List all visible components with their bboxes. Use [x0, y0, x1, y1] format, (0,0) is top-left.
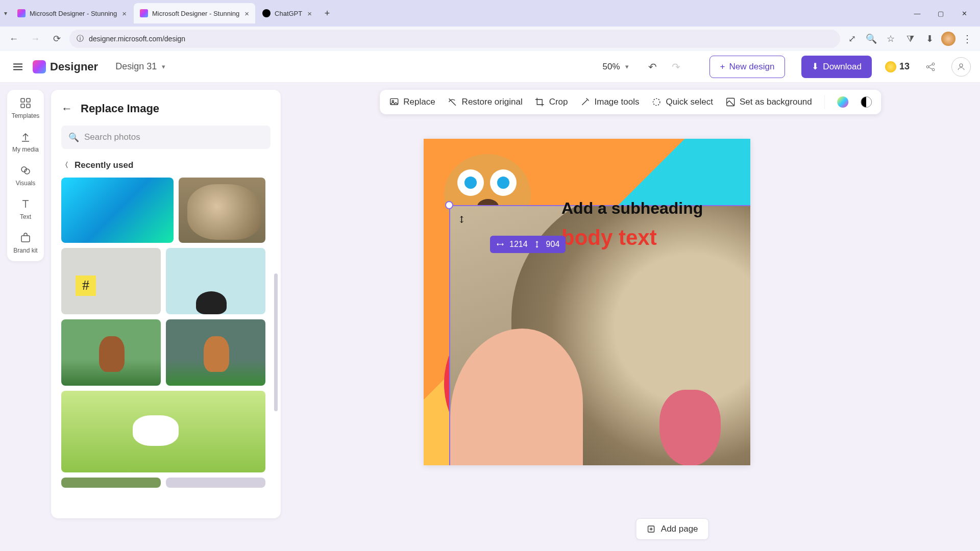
image-thumbnail[interactable]	[61, 178, 174, 243]
design-name-dropdown[interactable]: Design 31 ▾	[109, 58, 172, 75]
chevron-down-icon: ▾	[162, 63, 165, 70]
zoom-icon[interactable]: 🔍	[864, 31, 879, 46]
ctx-label: Image tools	[595, 97, 640, 107]
crop-icon	[535, 97, 545, 107]
minimize-icon[interactable]: —	[905, 3, 929, 23]
browser-tab[interactable]: ChatGPT ×	[256, 3, 318, 23]
tab-close-icon[interactable]: ×	[307, 9, 312, 18]
undo-button[interactable]: ↶	[644, 58, 662, 76]
rail-label: Text	[20, 213, 31, 220]
rail-label: Templates	[12, 112, 40, 119]
search-input[interactable]: 🔍 Search photos	[61, 126, 271, 149]
install-app-icon[interactable]: ⤢	[844, 31, 860, 46]
chevron-left-icon: 〈	[61, 161, 68, 170]
thumbnail-grid	[61, 178, 271, 488]
forward-icon[interactable]: →	[27, 30, 44, 47]
menu-button[interactable]	[9, 58, 27, 76]
rail-templates[interactable]: Templates	[12, 97, 40, 119]
image-thumbnail[interactable]	[166, 319, 265, 386]
download-button[interactable]: ⬇ Download	[801, 56, 872, 78]
context-toolbar: Replace Restore original Crop Image tool…	[380, 90, 881, 114]
image-thumbnail[interactable]	[61, 391, 265, 472]
chrome-menu-icon[interactable]: ⋮	[960, 31, 975, 46]
ctx-image-tools[interactable]: Image tools	[580, 97, 640, 107]
image-thumbnail[interactable]	[61, 478, 161, 488]
svg-rect-7	[27, 104, 30, 108]
svg-point-13	[653, 98, 660, 105]
image-thumbnail[interactable]	[179, 178, 265, 243]
rail-text[interactable]: Text	[19, 198, 32, 220]
canvas-area[interactable]: Replace Restore original Crop Image tool…	[281, 83, 980, 551]
add-page-button[interactable]: Add page	[636, 518, 709, 540]
ctx-set-background[interactable]: Set as background	[725, 97, 812, 107]
toolbar-separator	[824, 95, 825, 109]
height-icon	[533, 240, 541, 248]
search-icon: 🔍	[68, 132, 79, 143]
app-logo[interactable]: Designer	[33, 60, 98, 73]
person-icon	[957, 62, 966, 71]
new-design-label: New design	[729, 62, 775, 72]
add-page-label: Add page	[661, 524, 698, 534]
new-design-button[interactable]: + New design	[709, 56, 786, 78]
body-text[interactable]: body text	[561, 226, 657, 250]
contrast-button[interactable]	[861, 96, 872, 108]
design-canvas[interactable]: Add a subheading body text ⤡ 1214 904	[424, 139, 750, 465]
ctx-replace[interactable]: Replace	[389, 97, 435, 107]
downloads-icon[interactable]: ⬇	[922, 31, 937, 46]
browser-tab-active[interactable]: Microsoft Designer - Stunning ×	[134, 3, 255, 23]
extensions-icon[interactable]: ⧩	[902, 31, 918, 46]
image-thumbnail[interactable]	[166, 478, 265, 488]
account-button[interactable]	[951, 57, 971, 77]
dim-width: 1214	[509, 240, 528, 249]
coin-icon	[885, 61, 896, 72]
ctx-crop[interactable]: Crop	[535, 97, 568, 107]
svg-point-0	[926, 65, 929, 68]
background-icon	[725, 97, 736, 107]
section-title: Recently used	[75, 160, 133, 170]
plus-icon: +	[720, 62, 725, 72]
reload-icon[interactable]: ⟳	[48, 30, 65, 47]
redo-button[interactable]: ↷	[668, 58, 685, 76]
credits-indicator[interactable]: 13	[885, 61, 910, 72]
ctx-quick-select[interactable]: Quick select	[651, 97, 713, 107]
image-thumbnail[interactable]	[61, 248, 161, 314]
tab-title: Microsoft Designer - Stunning	[152, 10, 239, 17]
close-icon[interactable]: ✕	[952, 3, 976, 23]
main-area: Templates My media Visuals Text Brand ki…	[0, 83, 980, 551]
brand-kit-icon	[19, 232, 32, 244]
panel-scrollbar[interactable]	[274, 273, 278, 411]
profile-avatar-icon[interactable]	[941, 32, 955, 46]
browser-tab[interactable]: Microsoft Designer - Stunning ×	[11, 3, 133, 23]
rail-brand-kit[interactable]: Brand kit	[13, 232, 37, 254]
selection-handle[interactable]	[445, 201, 453, 209]
rail-my-media[interactable]: My media	[12, 131, 39, 153]
plus-square-icon	[647, 524, 656, 534]
new-tab-button[interactable]: +	[319, 5, 335, 21]
image-thumbnail[interactable]	[61, 319, 161, 386]
rail-visuals[interactable]: Visuals	[16, 164, 35, 187]
tab-close-icon[interactable]: ×	[122, 9, 127, 18]
url-field[interactable]: ⓘ designer.microsoft.com/design	[69, 30, 840, 48]
maximize-icon[interactable]: ▢	[929, 3, 952, 23]
tab-favicon-icon	[262, 9, 271, 17]
rail-label: My media	[12, 146, 39, 153]
share-button[interactable]	[921, 57, 940, 77]
search-placeholder: Search photos	[84, 132, 140, 142]
ctx-restore[interactable]: Restore original	[448, 97, 523, 107]
url-text: designer.microsoft.com/design	[89, 35, 185, 43]
image-thumbnail[interactable]	[166, 248, 265, 314]
chevron-down-icon: ▾	[625, 63, 629, 70]
zoom-dropdown[interactable]: 50% ▾	[603, 62, 629, 72]
window-controls: — ▢ ✕	[905, 3, 976, 23]
panel-back-button[interactable]: ←	[61, 102, 72, 115]
svg-rect-5	[27, 98, 30, 102]
subheading-text[interactable]: Add a subheading	[561, 199, 703, 218]
section-recently-used[interactable]: 〈 Recently used	[61, 160, 271, 170]
bookmark-icon[interactable]: ☆	[883, 31, 898, 46]
back-icon[interactable]: ←	[5, 30, 22, 47]
visuals-icon	[19, 164, 32, 177]
tab-close-icon[interactable]: ×	[244, 9, 249, 18]
site-info-icon[interactable]: ⓘ	[77, 34, 84, 43]
colorize-button[interactable]	[837, 96, 848, 108]
tab-dropdown-icon[interactable]: ▾	[4, 10, 7, 17]
